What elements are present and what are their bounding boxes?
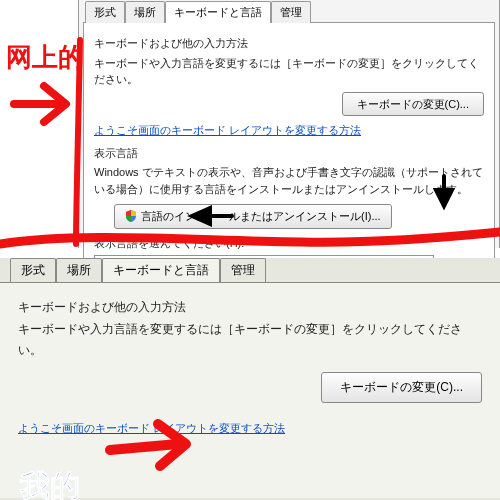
lower-screenshot: 形式 場所 キーボードと言語 管理 キーボードおよび他の入力方法 キーボードや入… — [0, 258, 500, 500]
tab-format[interactable]: 形式 — [85, 1, 125, 23]
change-keyboard-button[interactable]: キーボードの変更(C)... — [321, 372, 482, 404]
upper-tabs: 形式 場所 キーボードと言語 管理 — [79, 0, 499, 22]
shield-icon — [125, 210, 137, 222]
tab-keyboard-language[interactable]: キーボードと言語 — [165, 1, 271, 23]
annotation-online: 网上的 — [6, 40, 84, 75]
display-lang-desc: Windows でテキストの表示や、音声および手書き文字の認識（サポートされてい… — [94, 164, 484, 197]
lower-tab-body: キーボードおよび他の入力方法 キーボードや入力言語を変更するには［キーボードの変… — [0, 282, 500, 498]
install-language-button[interactable]: 言語のインストールまたはアンインストール(I)... — [114, 204, 392, 229]
kb-section-desc: キーボードや入力言語を変更するには［キーボードの変更］をクリックしてください。 — [18, 319, 482, 362]
welcome-layout-link[interactable]: ようこそ画面のキーボード レイアウトを変更する方法 — [18, 419, 285, 439]
tab-admin[interactable]: 管理 — [220, 258, 266, 282]
change-keyboard-button[interactable]: キーボードの変更(C)... — [342, 92, 484, 117]
tab-location[interactable]: 場所 — [56, 258, 102, 282]
tab-location[interactable]: 場所 — [125, 1, 165, 23]
install-language-label: 言語のインストールまたはアンインストール(I)... — [141, 208, 381, 225]
display-lang-head: 表示言語 — [94, 145, 484, 162]
tab-admin[interactable]: 管理 — [271, 1, 311, 23]
lower-tabs: 形式 場所 キーボードと言語 管理 — [0, 258, 500, 282]
tab-format[interactable]: 形式 — [10, 258, 56, 282]
kb-section-head: キーボードおよび他の入力方法 — [18, 297, 482, 319]
kb-section-desc: キーボードや入力言語を変更するには［キーボードの変更］をクリックしてください。 — [94, 55, 484, 88]
upper-screenshot: 形式 場所 キーボードと言語 管理 キーボードおよび他の入力方法 キーボードや入… — [78, 0, 500, 248]
welcome-layout-link[interactable]: ようこそ画面のキーボード レイアウトを変更する方法 — [94, 122, 484, 139]
kb-section-head: キーボードおよび他の入力方法 — [94, 35, 484, 52]
choose-lang-label: 表示言語を選んでください(H): — [94, 235, 484, 252]
tab-keyboard-language[interactable]: キーボードと言語 — [102, 258, 220, 282]
arrow-right-icon — [14, 86, 66, 122]
